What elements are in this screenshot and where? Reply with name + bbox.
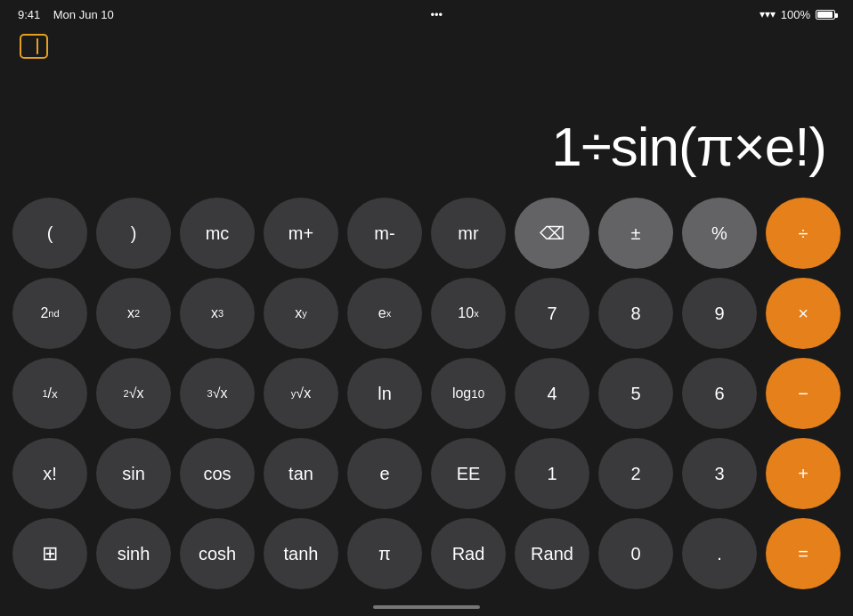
- cos-button[interactable]: cos: [180, 438, 255, 509]
- zero-button[interactable]: 0: [598, 518, 673, 589]
- x-squared-button[interactable]: x2: [96, 278, 171, 349]
- battery-percent: 100%: [781, 8, 810, 21]
- open-paren-button[interactable]: (: [12, 198, 87, 269]
- nine-button[interactable]: 9: [682, 278, 757, 349]
- mc-button[interactable]: mc: [180, 198, 255, 269]
- m-minus-button[interactable]: m-: [347, 198, 422, 269]
- one-button[interactable]: 1: [515, 438, 589, 509]
- time: 9:41: [18, 8, 40, 21]
- rand-button[interactable]: Rand: [515, 518, 589, 589]
- home-indicator: [373, 605, 480, 609]
- plus-button[interactable]: +: [766, 438, 841, 509]
- sinh-button[interactable]: sinh: [96, 518, 171, 589]
- rad-button[interactable]: Rad: [431, 518, 506, 589]
- reciprocal-button[interactable]: 1/x: [12, 358, 87, 429]
- decimal-button[interactable]: .: [682, 518, 757, 589]
- y-root-button[interactable]: y√x: [264, 358, 338, 429]
- plus-minus-button[interactable]: ±: [598, 198, 673, 269]
- three-button[interactable]: 3: [682, 438, 757, 509]
- tanh-button[interactable]: tanh: [264, 518, 338, 589]
- status-dots: •••: [430, 8, 443, 21]
- e-to-x-button[interactable]: ex: [347, 278, 422, 349]
- x-cubed-button[interactable]: x3: [180, 278, 255, 349]
- six-button[interactable]: 6: [682, 358, 757, 429]
- calculator-grid: ()mcm+m-mr⌫±%÷2ndx2x3xyex10x789×1/x2√x3√…: [12, 198, 841, 589]
- second-button[interactable]: 2nd: [12, 278, 87, 349]
- tan-button[interactable]: tan: [264, 438, 338, 509]
- status-right: ▾▾▾ 100%: [760, 8, 835, 21]
- display-expression: 1÷sin(π×e!): [551, 115, 826, 178]
- pi-button[interactable]: π: [347, 518, 422, 589]
- ee-button[interactable]: EE: [431, 438, 506, 509]
- ten-to-x-button[interactable]: 10x: [431, 278, 506, 349]
- wifi-icon: ▾▾▾: [760, 8, 776, 20]
- m-plus-button[interactable]: m+: [264, 198, 338, 269]
- x-to-y-button[interactable]: xy: [264, 278, 338, 349]
- status-bar: 9:41 Mon Jun 10 ••• ▾▾▾ 100%: [0, 0, 853, 28]
- equals-button[interactable]: =: [766, 518, 841, 589]
- two-button[interactable]: 2: [598, 438, 673, 509]
- square-root-button[interactable]: 2√x: [96, 358, 171, 429]
- five-button[interactable]: 5: [598, 358, 673, 429]
- backspace-button[interactable]: ⌫: [515, 198, 589, 269]
- multiply-button[interactable]: ×: [766, 278, 841, 349]
- factorial-button[interactable]: x!: [12, 438, 87, 509]
- close-paren-button[interactable]: ): [96, 198, 171, 269]
- e-button[interactable]: e: [347, 438, 422, 509]
- ln-button[interactable]: ln: [347, 358, 422, 429]
- battery-icon: [816, 10, 835, 20]
- eight-button[interactable]: 8: [598, 278, 673, 349]
- seven-button[interactable]: 7: [515, 278, 589, 349]
- four-button[interactable]: 4: [515, 358, 589, 429]
- minus-button[interactable]: −: [766, 358, 841, 429]
- date: Mon Jun 10: [53, 8, 114, 21]
- sidebar-toggle-button[interactable]: [20, 34, 48, 59]
- cosh-button[interactable]: cosh: [180, 518, 255, 589]
- divide-button[interactable]: ÷: [766, 198, 841, 269]
- cube-root-button[interactable]: 3√x: [180, 358, 255, 429]
- sidebar-toggle-icon: [29, 38, 38, 54]
- calculator-display: 1÷sin(π×e!): [27, 62, 826, 178]
- log10-button[interactable]: log10: [431, 358, 506, 429]
- percent-button[interactable]: %: [682, 198, 757, 269]
- calculator-button[interactable]: ⊞: [12, 518, 87, 589]
- status-time-date: 9:41 Mon Jun 10: [18, 8, 114, 21]
- sin-button[interactable]: sin: [96, 438, 171, 509]
- mr-button[interactable]: mr: [431, 198, 506, 269]
